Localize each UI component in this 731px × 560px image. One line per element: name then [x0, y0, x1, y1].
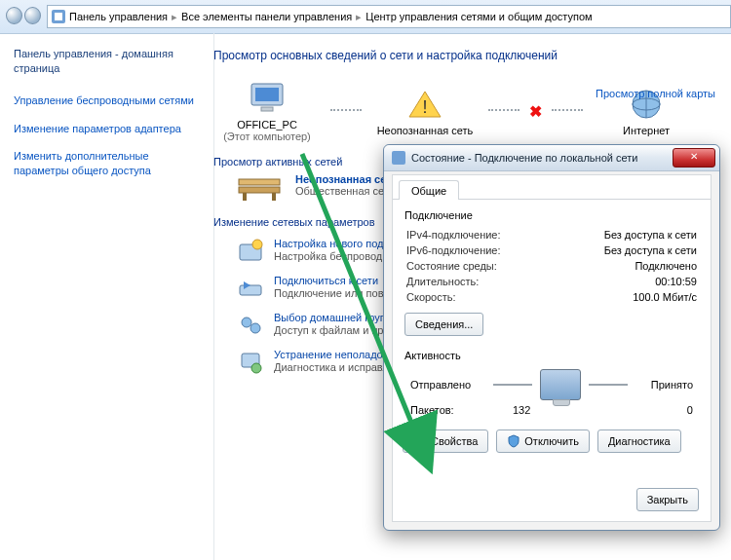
close-dialog-button[interactable]: Закрыть	[636, 488, 699, 511]
group-connection: Подключение	[404, 209, 699, 221]
cross-icon: ✖	[529, 102, 542, 121]
warning-icon: !	[371, 86, 479, 123]
lbl-sent: Отправлено	[410, 379, 471, 391]
node-this-pc[interactable]: OFFICE_PC (Этот компьютер)	[213, 80, 321, 142]
val-sent: 132	[513, 404, 530, 416]
node-label: OFFICE_PC	[213, 119, 321, 131]
lbl-recv: Принято	[651, 379, 693, 391]
close-button[interactable]: ✕	[673, 148, 715, 168]
crumb-3[interactable]: Центр управления сетями и общим доступом	[366, 11, 592, 22]
lbl-state: Состояние среды:	[406, 260, 497, 272]
tab-general[interactable]: Общие	[399, 180, 459, 200]
node-sublabel: (Этот компьютер)	[213, 131, 321, 142]
group-activity: Активность	[404, 350, 699, 361]
nav-wireless[interactable]: Управление беспроводными сетями	[14, 93, 204, 108]
shield-icon	[507, 434, 520, 448]
svg-rect-1	[55, 13, 62, 20]
dialog-titlebar[interactable]: Состояние - Подключение по локальной сет…	[384, 145, 719, 171]
full-map-link[interactable]: Просмотр полной карты	[596, 88, 715, 99]
svg-rect-12	[243, 193, 247, 201]
svg-rect-11	[239, 179, 280, 185]
diagnostics-button[interactable]: Диагностика	[597, 429, 681, 453]
troubleshoot-icon	[237, 349, 264, 376]
lbl-speed: Скорость:	[406, 291, 456, 303]
val-duration: 00:10:59	[655, 276, 697, 287]
back-button[interactable]	[6, 7, 22, 24]
crumb-2[interactable]: Все элементы панели управления	[181, 11, 352, 22]
computer-icon	[213, 80, 321, 117]
breadcrumb[interactable]: Панель управления ▸ Все элементы панели …	[47, 5, 731, 28]
node-unknown-net[interactable]: ! Неопознанная сеть	[371, 86, 479, 136]
network-icon	[392, 151, 405, 165]
node-label: Интернет	[593, 125, 700, 136]
tab-strip: Общие	[393, 175, 711, 200]
activity-icon	[493, 369, 628, 400]
properties-button[interactable]: Свойства	[403, 429, 488, 453]
left-nav: Панель управления - домашняя страница Уп…	[0, 33, 214, 560]
active-net-sub: Общественная сеть	[295, 185, 395, 197]
details-button[interactable]: Сведения...	[404, 313, 483, 336]
wizard-icon	[237, 238, 264, 265]
val-state: Подключено	[635, 260, 697, 272]
dialog-body: Общие Подключение IPv4-подключение:Без д…	[392, 174, 712, 522]
forward-button[interactable]	[24, 7, 41, 24]
btn-label: Отключить	[524, 435, 579, 447]
svg-point-15	[252, 240, 262, 249]
bench-icon	[237, 173, 282, 203]
lbl-packets: Пакетов:	[410, 404, 454, 416]
svg-point-20	[251, 363, 261, 373]
page-title: Просмотр основных сведений о сети и наст…	[213, 49, 715, 62]
link-line	[488, 109, 519, 113]
svg-rect-13	[272, 193, 276, 201]
chevron-right-icon: ▸	[356, 11, 362, 23]
val-speed: 100.0 Мбит/с	[633, 291, 697, 303]
val-ipv6: Без доступа к сети	[604, 244, 697, 256]
svg-rect-3	[255, 88, 279, 101]
link-line	[330, 109, 362, 113]
dialog-title: Состояние - Подключение по локальной сет…	[411, 152, 667, 164]
node-label: Неопознанная сеть	[371, 125, 479, 136]
connect-icon	[237, 275, 264, 302]
chevron-right-icon: ▸	[172, 11, 177, 23]
home-link[interactable]: Панель управления - домашняя страница	[14, 47, 204, 76]
address-bar: Панель управления ▸ Все элементы панели …	[0, 0, 731, 34]
nav-buttons	[6, 7, 41, 26]
crumb-1[interactable]: Панель управления	[69, 11, 168, 22]
svg-rect-4	[261, 107, 273, 111]
shield-icon	[413, 434, 427, 448]
svg-point-18	[250, 323, 260, 333]
control-panel-icon	[52, 10, 65, 23]
svg-point-17	[242, 317, 251, 327]
link-line	[552, 109, 583, 113]
lbl-duration: Длительность:	[406, 276, 479, 287]
btn-label: Свойства	[431, 435, 478, 447]
nav-sharing-settings[interactable]: Изменить дополнительные параметры общего…	[14, 149, 204, 178]
svg-text:!: !	[422, 97, 427, 117]
lbl-ipv4: IPv4-подключение:	[406, 229, 501, 241]
nav-adapter-settings[interactable]: Изменение параметров адаптера	[14, 122, 204, 136]
val-recv: 0	[687, 404, 693, 416]
svg-rect-16	[240, 285, 261, 295]
status-dialog: Состояние - Подключение по локальной сет…	[383, 144, 720, 531]
lbl-ipv6: IPv6-подключение:	[406, 244, 501, 256]
homegroup-icon	[237, 312, 264, 339]
disable-button[interactable]: Отключить	[496, 429, 590, 453]
svg-rect-10	[239, 187, 280, 193]
val-ipv4: Без доступа к сети	[604, 229, 697, 241]
